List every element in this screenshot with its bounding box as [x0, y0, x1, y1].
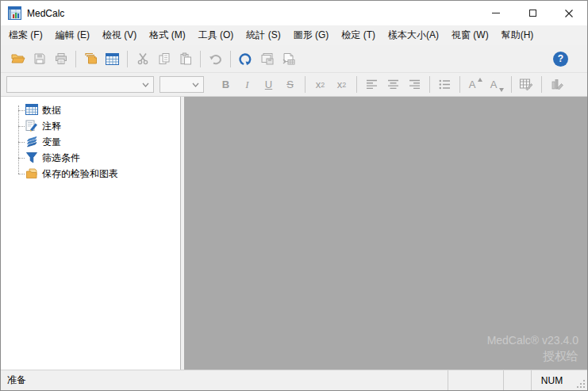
undo-button[interactable] — [205, 48, 226, 69]
data-table-button[interactable] — [102, 48, 123, 69]
workspace-area: MedCalc® v23.4.0 授权给 — [184, 97, 587, 370]
tree-item-label: 注释 — [42, 120, 61, 133]
menu-tools[interactable]: 工具 (O) — [192, 25, 240, 45]
tree-branch-line — [18, 142, 25, 143]
align-center-button[interactable] — [382, 75, 404, 94]
grow-font-button[interactable]: A — [464, 75, 486, 94]
data-table-icon — [25, 104, 38, 117]
status-message: 准备 — [1, 374, 448, 387]
tree-item-notes[interactable]: 注释 — [1, 118, 180, 134]
superscript-button[interactable]: x2 — [331, 75, 352, 94]
toolbar-separator — [541, 76, 542, 93]
copy-button[interactable] — [153, 48, 175, 69]
toolbar-separator — [200, 51, 201, 67]
tree-item-saved-tests[interactable]: 保存的检验和图表 — [1, 166, 180, 182]
print-button[interactable] — [50, 48, 71, 69]
menu-view[interactable]: 檢視 (V) — [96, 25, 143, 45]
grow-font-letter: A — [469, 79, 476, 90]
edit-table-button[interactable] — [516, 75, 537, 94]
window-controls — [478, 1, 587, 25]
align-right-button[interactable] — [404, 75, 425, 94]
layers-icon — [25, 136, 38, 148]
strikethrough-button[interactable]: S — [279, 75, 301, 94]
help-button[interactable]: ? — [553, 52, 568, 67]
status-pane-empty — [448, 370, 503, 390]
tree-branch-line — [18, 158, 25, 159]
subscript-digit: 2 — [321, 81, 325, 89]
subscript-button[interactable]: x2 — [309, 75, 331, 94]
toolbar-separator — [356, 76, 357, 93]
scissors-icon — [136, 52, 149, 65]
menu-file[interactable]: 檔案 (F) — [2, 25, 49, 45]
watermark-version: MedCalc® v23.4.0 — [487, 333, 578, 348]
menu-statistics[interactable]: 統計 (S) — [240, 25, 286, 45]
menubar: 檔案 (F) 編輯 (E) 檢視 (V) 格式 (M) 工具 (O) 統計 (S… — [1, 25, 587, 45]
close-icon — [565, 10, 573, 17]
tree-item-label: 筛选条件 — [42, 151, 80, 165]
close-button[interactable] — [551, 1, 587, 25]
undo-arrow-icon — [209, 53, 222, 65]
save-all-button[interactable] — [256, 48, 278, 69]
main-toolbar: ? — [1, 45, 587, 73]
tree-item-variables[interactable]: 变量 — [1, 134, 180, 150]
chevron-down-icon — [142, 82, 149, 87]
export-data-button[interactable] — [278, 48, 299, 69]
resize-grip[interactable] — [572, 370, 587, 390]
menu-tests[interactable]: 檢定 (T) — [335, 25, 382, 45]
paste-button[interactable] — [175, 48, 196, 69]
bullet-list-button[interactable] — [434, 75, 455, 94]
format-toolbar: B I U S x2 x2 — [1, 73, 587, 97]
tree-item-data[interactable]: 数据 — [1, 102, 180, 118]
minimize-button[interactable] — [478, 1, 514, 25]
spreadsheet-icon — [106, 53, 119, 65]
chevron-down-icon — [192, 82, 199, 87]
superscript-digit: 2 — [342, 81, 346, 89]
project-tree-panel: 数据 注释 — [1, 97, 181, 370]
align-left-button[interactable] — [361, 75, 382, 94]
status-pane-empty — [503, 370, 531, 390]
saved-folder-icon — [25, 167, 38, 180]
shrink-font-button[interactable]: A — [486, 75, 507, 94]
tree-branch-line — [18, 174, 25, 174]
bullet-list-icon — [439, 79, 451, 90]
duplicate-sheet-button[interactable] — [80, 48, 102, 69]
maximize-button[interactable] — [514, 1, 551, 25]
menu-edit[interactable]: 編輯 (E) — [49, 25, 96, 45]
underline-button[interactable]: U — [258, 75, 279, 94]
content-area: 数据 注释 — [1, 97, 587, 370]
menu-sample-size[interactable]: 樣本大小(A) — [382, 25, 445, 45]
toolbar-separator — [459, 76, 460, 93]
help-question-icon: ? — [558, 53, 563, 64]
graph-edit-icon — [551, 79, 563, 90]
tree-item-label: 保存的检验和图表 — [42, 167, 118, 181]
save-all-icon — [260, 52, 274, 65]
triangle-up-icon — [478, 78, 482, 82]
open-folder-icon — [11, 52, 25, 65]
toolbar-separator — [511, 76, 512, 93]
toolbar-separator — [230, 51, 231, 67]
menu-format[interactable]: 格式 (M) — [143, 25, 191, 45]
menu-window[interactable]: 視窗 (W) — [445, 25, 495, 45]
align-right-icon — [409, 79, 421, 90]
cut-button[interactable] — [132, 48, 153, 69]
edit-graph-button[interactable] — [546, 75, 567, 94]
font-family-combobox[interactable] — [6, 76, 154, 93]
menu-graphs[interactable]: 圖形 (G) — [287, 25, 336, 45]
align-left-icon — [366, 79, 378, 90]
tree-branch-line — [18, 126, 25, 127]
tree-item-label: 变量 — [42, 136, 61, 149]
save-floppy-icon — [33, 52, 46, 65]
font-size-combobox[interactable] — [159, 76, 204, 93]
copy-pages-icon — [158, 52, 171, 65]
open-file-button[interactable] — [7, 48, 29, 69]
statusbar: 准备 NUM — [1, 370, 587, 390]
recalculate-button[interactable] — [235, 48, 256, 69]
medcalc-logo-icon — [8, 6, 21, 20]
titlebar[interactable]: MedCalc — [1, 1, 587, 25]
tree-item-filter[interactable]: 筛选条件 — [1, 150, 180, 166]
filter-funnel-icon — [25, 151, 38, 164]
bold-button[interactable]: B — [215, 75, 236, 94]
italic-button[interactable]: I — [236, 75, 258, 94]
menu-help[interactable]: 幫助(H) — [495, 25, 540, 45]
save-button[interactable] — [29, 48, 50, 69]
